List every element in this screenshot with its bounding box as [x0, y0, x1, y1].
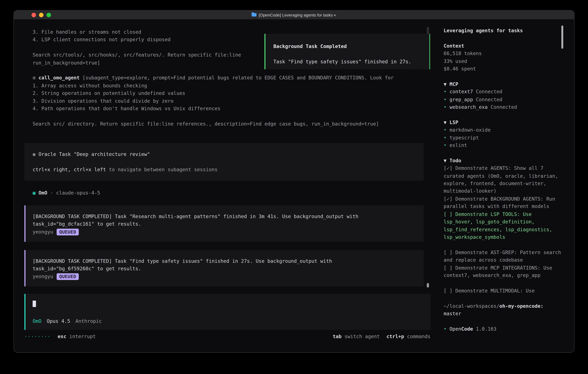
lsp-name: markdown-oxide: [450, 127, 491, 133]
background-task-toast[interactable]: Background Task Completed Task "Find typ…: [264, 34, 430, 69]
agent-icon: ▣: [32, 190, 39, 196]
context-used: 33% used: [444, 58, 563, 65]
lsp-name: eslint: [450, 143, 467, 148]
statusbar-right: tab switch agent ctrl+p commands: [333, 333, 430, 341]
todo-item: [✓] Demonstrate AGENTS: Show all 7 curat…: [444, 165, 563, 195]
sidebar: Leveraging agents for tasks Context 66,5…: [438, 20, 574, 353]
lsp-item: • typescript: [444, 134, 563, 142]
folder-icon: [252, 13, 257, 17]
window-title-wrap: [OpenCode] Leveraging agents for tasks ◐: [252, 10, 336, 19]
agent-separator: ·: [47, 190, 56, 196]
composer-provider: Anthropic: [75, 317, 102, 325]
mcp-item: • websearch_exa Connected: [444, 104, 563, 111]
statusbar-left: ········ esc interrupt: [24, 333, 96, 341]
minimize-button[interactable]: [39, 13, 43, 17]
mcp-name: websearch_exa: [450, 104, 488, 110]
todo-item: [ ] Demonstrate MCP INTEGRATIONS: Use co…: [444, 264, 563, 280]
agent-name: OmO: [39, 190, 47, 196]
message-block: [BACKGROUND TASK COMPLETED] Task "Resear…: [24, 205, 424, 242]
tool-args: [subagent_type=explore, prompt=Find pote…: [80, 75, 394, 81]
context-spent: $0.46 spent: [444, 65, 563, 73]
tool-call-item: 2. String operations on potentially unde…: [24, 90, 430, 97]
hint-keys: ctrl+x right, ctrl+x left: [32, 167, 106, 172]
message-line: [BACKGROUND TASK COMPLETED] Task "Resear…: [32, 213, 416, 220]
sidebar-scrollbar[interactable]: [561, 25, 563, 49]
titlebar[interactable]: [OpenCode] Leveraging agents for tasks ◐: [14, 10, 574, 20]
message-line: [BACKGROUND TASK COMPLETED] Task "Find t…: [32, 258, 416, 265]
tool-call-item: 1. Array access without bounds checking: [24, 82, 430, 90]
todo-item: [ ] Demonstrate LSP TOOLS: Use lsp_hover…: [444, 211, 563, 241]
toast-body: Task "Find type safety issues" finished …: [273, 58, 420, 66]
workspace-path: ~/local-workspaces/: [444, 303, 499, 309]
composer-meta: OmO Opus 4.5 Anthropic: [32, 317, 423, 325]
spinner-dots-icon: ········: [24, 333, 51, 341]
mcp-status: Connected: [473, 89, 502, 94]
mcp-section-header[interactable]: ▼ MCP: [444, 81, 563, 88]
agent-session-header: ▣ OmO · claude-opus-4-5: [24, 189, 430, 197]
oracle-task-panel: ◉ Oracle Task "Deep architecture review"…: [24, 143, 424, 181]
workspace-repo: oh-my-opencode:: [499, 303, 544, 309]
chevron-down-icon: ▼: [444, 158, 450, 163]
oracle-icon: ◉: [32, 152, 39, 157]
window-title: [OpenCode] Leveraging agents for tasks ◐: [259, 10, 336, 19]
opencode-version: 1.0.163: [473, 326, 496, 332]
mcp-status: Connected: [488, 104, 517, 110]
ctrlp-key-label: commands: [404, 333, 430, 341]
desktop-background: [OpenCode] Leveraging agents for tasks ◐…: [0, 0, 588, 374]
chevron-down-icon: ▼: [444, 81, 450, 87]
opencode-window: [OpenCode] Leveraging agents for tasks ◐…: [14, 10, 574, 353]
input-line: [32, 300, 423, 308]
message-line: task_id="bg_dcfac161" to get results.: [32, 220, 416, 228]
lsp-heading: LSP: [450, 119, 458, 125]
bullet-icon: •: [444, 127, 450, 133]
mcp-name: grep_app: [450, 97, 473, 102]
window-controls: [32, 10, 51, 19]
main-scrollbar-thumb[interactable]: [427, 283, 429, 288]
opencode-name-a: Open: [450, 326, 461, 332]
context-heading: Context: [444, 42, 563, 50]
mcp-heading: MCP: [450, 81, 458, 87]
mcp-status: Connected: [473, 97, 502, 102]
mcp-item: • context7 Connected: [444, 88, 563, 96]
message-author: yeongyu: [32, 229, 53, 235]
hint-text: to navigate between subagent sessions: [106, 167, 218, 172]
tool-call-item: 4. Path operations that don't handle Win…: [24, 105, 430, 113]
maximize-button[interactable]: [46, 13, 51, 17]
prompt-input[interactable]: OmO Opus 4.5 Anthropic: [24, 294, 430, 330]
mcp-item: • grep_app Connected: [444, 96, 563, 104]
lsp-section-header[interactable]: ▼ LSP: [444, 119, 563, 126]
bullet-icon: •: [444, 326, 450, 332]
esc-key-label: interrupt: [66, 333, 96, 341]
lsp-item: • markdown-oxide: [444, 126, 563, 134]
composer-agent: OmO: [32, 317, 41, 325]
tool-name: call_omo_agent: [39, 75, 80, 81]
text-cursor: [32, 301, 36, 307]
message-author: yeongyu: [32, 274, 53, 279]
context-tokens: 66,518 tokens: [444, 50, 563, 58]
toast-title: Background Task Completed: [273, 43, 420, 50]
todo-section-header[interactable]: ▼ Todo: [444, 157, 563, 165]
session-title: Leveraging agents for tasks: [444, 27, 563, 35]
close-button[interactable]: [32, 13, 36, 17]
message-block: [BACKGROUND TASK COMPLETED] Task "Find t…: [24, 250, 424, 287]
queued-badge: QUEUED: [57, 273, 79, 280]
tool-call-line: ⚙ call_omo_agent [subagent_type=explore,…: [24, 74, 430, 82]
workspace-branch: master: [444, 310, 563, 318]
mcp-name: context7: [450, 89, 473, 94]
chevron-down-icon: ▼: [444, 119, 450, 125]
lsp-name: typescript: [450, 135, 479, 140]
todo-item: [ ] Demonstrate AST-GREP: Pattern search…: [444, 249, 563, 264]
message-author-row: yeongyuQUEUED: [32, 228, 416, 236]
opencode-version-line: • OpenCode 1.0.163: [444, 325, 563, 333]
bullet-icon: •: [444, 135, 450, 140]
workspace-path-line: ~/local-workspaces/oh-my-opencode:: [444, 302, 563, 310]
oracle-task-title-line: ◉ Oracle Task "Deep architecture review": [32, 151, 416, 158]
tab-key-hint: tab: [333, 333, 342, 341]
queued-badge: QUEUED: [57, 229, 79, 235]
esc-key-hint: esc: [58, 333, 66, 341]
tab-key-label: switch agent: [342, 333, 380, 341]
todo-heading: Todo: [450, 158, 461, 163]
todo-item: [ ] Demonstrate MULTIMODAL: Use: [444, 287, 563, 295]
lsp-item: • eslint: [444, 142, 563, 149]
tool-call-item: 3. Division operations that could divide…: [24, 97, 430, 105]
